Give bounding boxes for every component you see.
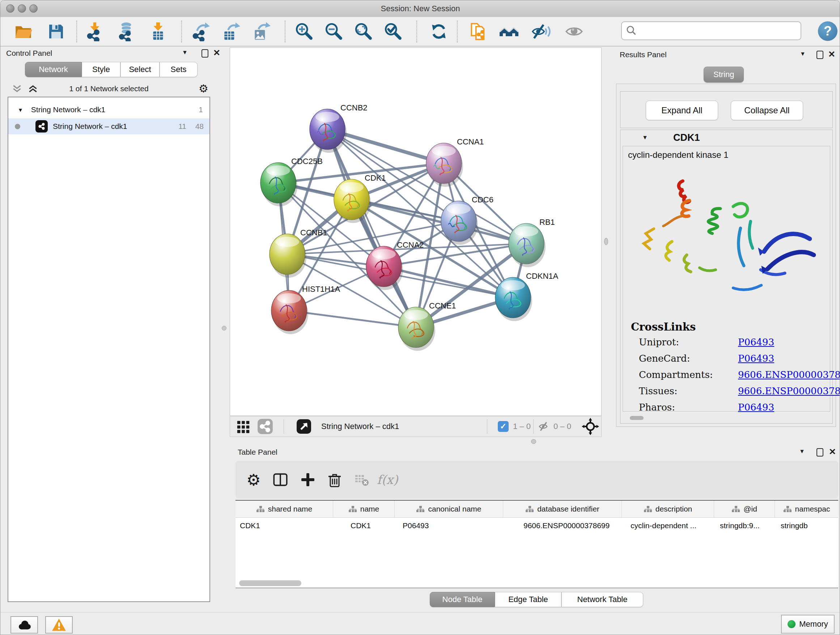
gear-icon[interactable]: ⚙ [199, 82, 208, 95]
database-import-icon [117, 22, 136, 41]
function-builder-disabled: f(x) [377, 470, 398, 490]
refresh-button[interactable] [429, 21, 449, 42]
close-panel-icon[interactable]: ✕ [213, 48, 220, 58]
network-node-CCNB2[interactable] [309, 109, 347, 153]
help-button[interactable]: ? [818, 21, 837, 41]
horizontal-splitter-handle[interactable] [531, 439, 536, 444]
network-node-label-CDC25B: CDC25B [291, 157, 323, 166]
vertical-splitter-handle[interactable] [604, 238, 608, 245]
export-network-button[interactable] [191, 21, 211, 42]
zoom-out-button[interactable] [324, 21, 344, 42]
network-node-CCNA2[interactable] [366, 246, 403, 290]
cloud-status-button[interactable] [11, 616, 38, 633]
import-network-database-button[interactable] [116, 21, 136, 42]
export-table-button[interactable] [221, 21, 241, 42]
hierarchy-icon [783, 505, 792, 513]
export-image-button[interactable] [251, 21, 272, 42]
float-panel-icon[interactable] [202, 49, 208, 57]
tab-network-table[interactable]: Network Table [561, 592, 643, 607]
column-header[interactable]: @id [714, 501, 775, 517]
search-icon [626, 25, 637, 36]
close-panel-icon[interactable]: ✕ [829, 447, 836, 457]
crosslink-genecard[interactable]: P06493 [738, 353, 774, 364]
network-node-CCNA1[interactable] [426, 143, 463, 187]
toolbar-search [621, 21, 801, 40]
tab-string[interactable]: String [704, 67, 744, 82]
float-panel-icon[interactable] [816, 51, 823, 59]
tab-network[interactable]: Network [25, 62, 82, 77]
zoom-in-button[interactable] [294, 21, 314, 42]
gene-collapse-icon[interactable]: ▼ [642, 134, 648, 141]
vertical-splitter-handle[interactable] [222, 326, 226, 331]
crosslink-uniprot[interactable]: P06493 [738, 337, 774, 348]
crosslink-pharos[interactable]: P06493 [738, 402, 774, 413]
add-column-button[interactable] [298, 470, 318, 490]
network-node-HIST1H1A[interactable] [271, 290, 308, 334]
eye-icon [564, 22, 584, 41]
crosslink-compartments[interactable]: 9606.ENSP00000378699 [738, 369, 840, 380]
warning-status-button[interactable] [45, 616, 73, 633]
column-header[interactable]: namespac [775, 501, 838, 517]
delete-column-button[interactable] [325, 470, 345, 490]
collapse-all-button[interactable]: Collapse All [731, 101, 803, 120]
save-session-button[interactable] [46, 21, 66, 42]
tab-edge-table[interactable]: Edge Table [495, 592, 561, 607]
memory-button[interactable]: Memory [781, 615, 835, 633]
column-header[interactable]: description [622, 501, 714, 517]
close-panel-icon[interactable]: ✕ [828, 49, 835, 59]
tab-select[interactable]: Select [120, 62, 159, 77]
collapse-panel-icon[interactable]: ▼ [799, 448, 805, 455]
network-canvas[interactable]: CCNB2CCNA1CDC25BCDK1CDC6RB1CCNB1CCNA2CDK… [230, 48, 602, 416]
network-node-CCNE1[interactable] [398, 307, 435, 351]
table-hscrollbar-thumb[interactable] [239, 580, 302, 586]
open-session-button[interactable] [13, 21, 34, 42]
hierarchy-icon [348, 505, 357, 513]
application-window: Session: New Session [0, 0, 840, 635]
expand-collapse-box: Expand All Collapse All [620, 91, 833, 128]
string-home-button[interactable] [499, 21, 519, 42]
birdseye-toggle-button[interactable] [582, 416, 599, 437]
hidden-counter: 0 – 0 [554, 416, 571, 437]
open-external-button[interactable] [296, 416, 312, 437]
refresh-icon [429, 22, 448, 41]
zoom-fit-button[interactable] [354, 21, 374, 42]
show-columns-button[interactable] [270, 470, 291, 490]
collapse-panel-icon[interactable]: ▼ [182, 49, 188, 56]
column-header[interactable]: name [333, 501, 395, 517]
table-settings-button[interactable]: ⚙ [243, 470, 264, 490]
float-panel-icon[interactable] [816, 448, 823, 456]
footer-separator [284, 419, 284, 434]
network-collection-row[interactable]: ▼ String Network – cdk1 1 [8, 102, 210, 118]
column-header[interactable]: database identifier [503, 501, 622, 517]
table-row[interactable]: CDK1 CDK1 P06493 9606.ENSP00000378699 cy… [235, 518, 838, 534]
network-node-CDK1[interactable] [334, 179, 371, 223]
import-network-file-button[interactable] [85, 21, 105, 42]
zoom-selected-button[interactable] [383, 21, 403, 42]
tab-style[interactable]: Style [82, 62, 120, 77]
crosslink-label: Uniprot: [639, 337, 679, 348]
collapse-panel-icon[interactable]: ▼ [800, 51, 806, 57]
column-header[interactable]: shared name [235, 501, 333, 517]
edge-count: 48 [195, 122, 204, 131]
string-style-button[interactable] [257, 416, 273, 437]
column-header[interactable]: canonical name [395, 501, 503, 517]
tab-sets[interactable]: Sets [159, 62, 197, 77]
hide-labels-button[interactable] [531, 21, 551, 42]
network-node-RB1[interactable] [508, 223, 546, 267]
import-table-button[interactable] [148, 21, 168, 42]
selected-checkbox[interactable]: ✓ [498, 416, 508, 437]
tab-node-table[interactable]: Node Table [430, 592, 495, 607]
network-row-selected[interactable]: String Network – cdk1 11 48 [8, 119, 210, 134]
network-node-CDKN1A[interactable] [495, 277, 532, 321]
tree-caret-icon[interactable]: ▼ [18, 107, 23, 113]
network-node-label-CDKN1A: CDKN1A [526, 272, 559, 280]
trash-icon [326, 471, 343, 488]
expand-all-button[interactable]: Expand All [646, 101, 718, 120]
show-eye-button[interactable] [564, 21, 584, 42]
string-export-button[interactable] [469, 21, 489, 42]
table-tabs: Node Table Edge Table Network Table [430, 592, 643, 607]
results-hscrollbar-thumb[interactable] [630, 416, 644, 420]
crosslink-tissues[interactable]: 9606.ENSP00000378699 [738, 386, 840, 396]
show-grid-button[interactable] [236, 416, 251, 437]
search-input[interactable] [640, 26, 801, 36]
